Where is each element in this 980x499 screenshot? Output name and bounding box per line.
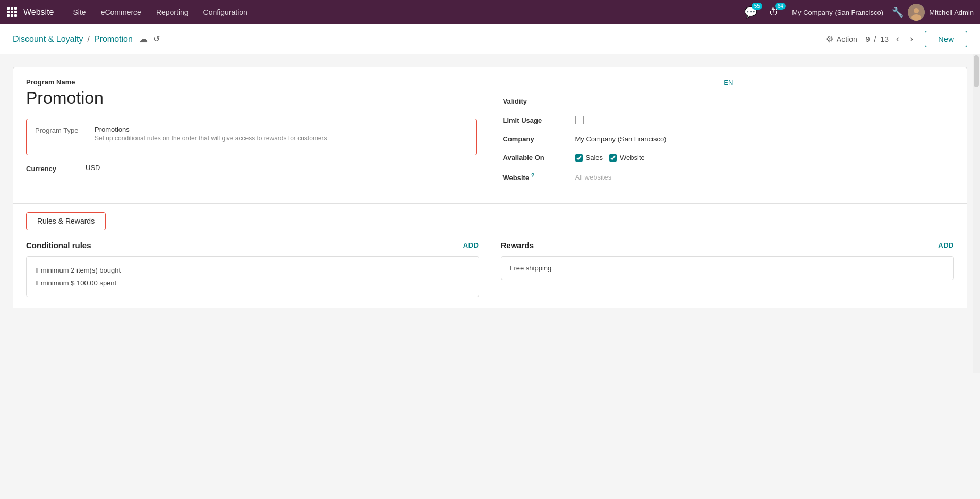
page-sep: / [874,35,876,44]
scrollbar-thumb[interactable] [974,55,979,87]
nav-reporting[interactable]: Reporting [150,5,195,20]
svg-rect-8 [14,14,17,17]
svg-rect-5 [14,11,17,13]
avatar[interactable] [908,4,925,21]
validity-label: Validity [503,97,567,105]
form-area: Program Name Promotion Program Type Prom… [13,67,967,308]
svg-point-10 [914,8,919,13]
company-row: Company My Company (San Francisco) [503,135,955,143]
sales-checkbox-item: Sales [575,154,603,162]
conditional-rules-title: Conditional rules [26,241,91,250]
user-name: Mitchell Admin [929,9,974,16]
tabs-row: Rules & Rewards [13,203,967,230]
nav-ecommerce[interactable]: eCommerce [95,5,148,20]
undo-icon[interactable]: ↺ [153,34,160,44]
clock-button[interactable]: ⏱ 64 [764,3,783,22]
rule-line-1: If minimum 2 item(s) bought [35,264,470,276]
website-field-label: Website ? [503,172,567,182]
available-on-row: Available On Sales Website [503,154,955,162]
breadcrumb: Discount & Loyalty / Promotion [13,35,133,44]
app-name[interactable]: Website [23,7,54,17]
nav-site[interactable]: Site [67,5,92,20]
breadcrumb-separator: / [88,35,90,44]
svg-rect-1 [11,7,13,10]
company-value: My Company (San Francisco) [575,135,667,143]
main-content: Program Name Promotion Program Type Prom… [0,54,980,499]
clock-badge: 64 [775,3,786,10]
rule-line-2: If minimum $ 100.00 spent [35,277,470,289]
available-on-label: Available On [503,154,567,162]
validity-row: Validity [503,97,955,105]
reward-card[interactable]: Free shipping [501,256,955,280]
limit-usage-row: Limit Usage [503,116,955,124]
svg-rect-7 [11,14,13,17]
action-button[interactable]: ⚙ Action [826,34,857,44]
chat-badge: 55 [752,3,762,10]
add-rewards-button[interactable]: ADD [938,241,954,249]
breadcrumb-bar: Discount & Loyalty / Promotion ☁ ↺ ⚙ Act… [0,24,980,54]
currency-label: Currency [26,164,79,173]
upload-icon[interactable]: ☁ [139,34,148,44]
svg-rect-4 [11,11,13,13]
form-right: EN Validity Limit Usage Company My Compa… [490,67,967,203]
chat-button[interactable]: 💬 55 [741,3,760,22]
website-value: All websites [575,173,612,181]
company-label: Company [503,135,567,143]
scrollbar-track[interactable] [973,54,980,373]
program-type-value: Promotions [95,125,327,133]
sales-label: Sales [586,154,603,162]
toolbar-right: ⚙ Action 9 / 13 ‹ › New [826,31,967,47]
rewards-section: Rewards ADD Free shipping [490,241,955,297]
rules-rewards-tab[interactable]: Rules & Rewards [26,212,106,230]
website-label: Website [620,154,645,162]
nav-configuration[interactable]: Configuration [197,5,254,20]
svg-rect-0 [7,7,10,10]
program-type-row: Program Type Promotions Set up condition… [35,125,468,142]
action-label: Action [837,35,857,44]
reward-value: Free shipping [510,264,945,272]
page-total: 13 [880,35,889,44]
next-arrow[interactable]: › [907,32,916,46]
language-label[interactable]: EN [723,79,733,87]
limit-usage-label: Limit Usage [503,116,567,124]
rule-card[interactable]: If minimum 2 item(s) bought If minimum $… [26,256,479,297]
conditional-rules-header: Conditional rules ADD [26,241,479,250]
prev-arrow[interactable]: ‹ [893,32,902,46]
breadcrumb-icons: ☁ ↺ [139,34,160,44]
program-type-desc: Set up conditional rules on the order th… [95,134,327,142]
rules-rewards-area: Conditional rules ADD If minimum 2 item(… [13,230,967,308]
page-current: 9 [866,35,870,44]
currency-row: Currency USD [26,164,477,173]
limit-usage-checkbox[interactable] [575,116,584,124]
new-button[interactable]: New [925,31,967,47]
top-navigation: Website Site eCommerce Reporting Configu… [0,0,980,24]
program-name-label: Program Name [26,78,477,86]
sales-checkbox[interactable] [575,154,583,162]
breadcrumb-parent[interactable]: Discount & Loyalty [13,35,83,44]
rewards-header: Rewards ADD [501,241,955,250]
program-type-label: Program Type [35,125,88,134]
rewards-title: Rewards [501,241,534,250]
conditional-rules-section: Conditional rules ADD If minimum 2 item(… [26,241,490,297]
program-type-box: Program Type Promotions Set up condition… [26,119,477,155]
grid-icon[interactable] [6,6,17,19]
currency-value: USD [86,164,100,172]
svg-rect-6 [7,14,10,17]
page-nav: 9 / 13 ‹ › [866,32,916,46]
breadcrumb-current: Promotion [94,35,133,44]
add-rules-button[interactable]: ADD [463,241,479,249]
form-top: Program Name Promotion Program Type Prom… [13,67,967,203]
company-name: My Company (San Francisco) [792,9,883,16]
website-tooltip-icon[interactable]: ? [531,172,535,179]
website-checkbox-item: Website [609,154,645,162]
nav-right: 💬 55 ⏱ 64 My Company (San Francisco) 🔧 M… [741,3,974,22]
available-on-checkboxes: Sales Website [575,154,645,162]
website-row: Website ? All websites [503,172,955,182]
form-left: Program Name Promotion Program Type Prom… [13,67,490,203]
svg-rect-3 [7,11,10,13]
website-checkbox[interactable] [609,154,617,162]
program-title[interactable]: Promotion [26,88,477,108]
settings-icon[interactable]: 🔧 [892,6,904,18]
svg-rect-2 [14,7,17,10]
nav-links: Site eCommerce Reporting Configuration [67,5,742,20]
